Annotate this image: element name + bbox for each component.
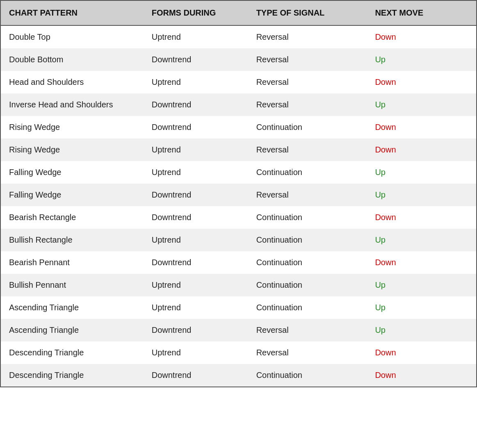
cell-forms-during: Downtrend [144, 206, 248, 229]
cell-type-of-signal: Continuation [248, 296, 367, 319]
table-row: Bearish PennantDowntrendContinuationDown [1, 251, 476, 274]
cell-type-of-signal: Reversal [248, 184, 367, 206]
cell-forms-during: Downtrend [144, 319, 248, 341]
cell-pattern: Descending Triangle [1, 341, 144, 364]
cell-next-move: Down [367, 251, 476, 274]
table-row: Descending TriangleDowntrendContinuation… [1, 364, 476, 387]
table-row: Inverse Head and ShouldersDowntrendRever… [1, 93, 476, 116]
table-row: Head and ShouldersUptrendReversalDown [1, 71, 476, 93]
table-header-row: CHART PATTERN FORMS DURING TYPE OF SIGNA… [1, 1, 476, 25]
next-move-value: Up [375, 303, 386, 312]
cell-type-of-signal: Reversal [248, 319, 367, 341]
cell-pattern: Descending Triangle [1, 364, 144, 387]
table-row: Bullish PennantUptrendContinuationUp [1, 274, 476, 296]
cell-pattern: Falling Wedge [1, 184, 144, 206]
cell-type-of-signal: Continuation [248, 206, 367, 229]
cell-pattern: Rising Wedge [1, 116, 144, 139]
next-move-value: Down [375, 213, 396, 222]
cell-next-move: Down [367, 139, 476, 161]
cell-next-move: Up [367, 229, 476, 251]
table-row: Falling WedgeDowntrendReversalUp [1, 184, 476, 206]
cell-forms-during: Downtrend [144, 93, 248, 116]
table-row: Double BottomDowntrendReversalUp [1, 48, 476, 71]
cell-forms-during: Uptrend [144, 274, 248, 296]
cell-pattern: Inverse Head and Shoulders [1, 93, 144, 116]
table-body: Double TopUptrendReversalDownDouble Bott… [1, 25, 476, 387]
next-move-value: Down [375, 123, 396, 132]
table-row: Descending TriangleUptrendReversalDown [1, 341, 476, 364]
table-row: Ascending TriangleUptrendContinuationUp [1, 296, 476, 319]
cell-next-move: Up [367, 161, 476, 184]
cell-forms-during: Uptrend [144, 161, 248, 184]
cell-forms-during: Uptrend [144, 341, 248, 364]
header-forms-during: FORMS DURING [144, 1, 248, 25]
cell-forms-during: Downtrend [144, 184, 248, 206]
cell-forms-during: Uptrend [144, 139, 248, 161]
cell-pattern: Bearish Pennant [1, 251, 144, 274]
next-move-value: Up [375, 280, 386, 289]
cell-next-move: Down [367, 341, 476, 364]
cell-type-of-signal: Continuation [248, 161, 367, 184]
cell-pattern: Falling Wedge [1, 161, 144, 184]
header-next-move: NEXT MOVE [367, 1, 476, 25]
table-row: Bearish RectangleDowntrendContinuationDo… [1, 206, 476, 229]
next-move-value: Up [375, 235, 386, 244]
cell-type-of-signal: Continuation [248, 274, 367, 296]
cell-next-move: Up [367, 274, 476, 296]
cell-forms-during: Downtrend [144, 116, 248, 139]
cell-pattern: Ascending Triangle [1, 296, 144, 319]
cell-pattern: Rising Wedge [1, 139, 144, 161]
cell-next-move: Up [367, 93, 476, 116]
chart-patterns-table: CHART PATTERN FORMS DURING TYPE OF SIGNA… [1, 1, 476, 387]
cell-pattern: Head and Shoulders [1, 71, 144, 93]
cell-next-move: Down [367, 25, 476, 48]
next-move-value: Down [375, 32, 396, 41]
cell-type-of-signal: Reversal [248, 48, 367, 71]
cell-forms-during: Downtrend [144, 251, 248, 274]
cell-next-move: Up [367, 319, 476, 341]
cell-pattern: Double Top [1, 25, 144, 48]
next-move-value: Down [375, 258, 396, 267]
next-move-value: Up [375, 325, 386, 334]
next-move-value: Down [375, 145, 396, 154]
cell-pattern: Bullish Pennant [1, 274, 144, 296]
table-row: Rising WedgeUptrendReversalDown [1, 139, 476, 161]
cell-next-move: Up [367, 48, 476, 71]
cell-forms-during: Downtrend [144, 364, 248, 387]
table-row: Bullish RectangleUptrendContinuationUp [1, 229, 476, 251]
cell-forms-during: Uptrend [144, 229, 248, 251]
cell-type-of-signal: Continuation [248, 364, 367, 387]
next-move-value: Up [375, 168, 386, 177]
next-move-value: Up [375, 190, 386, 199]
table-row: Falling WedgeUptrendContinuationUp [1, 161, 476, 184]
cell-next-move: Down [367, 116, 476, 139]
cell-forms-during: Uptrend [144, 71, 248, 93]
cell-forms-during: Downtrend [144, 48, 248, 71]
cell-next-move: Down [367, 364, 476, 387]
header-type-of-signal: TYPE OF SIGNAL [248, 1, 367, 25]
next-move-value: Up [375, 55, 386, 64]
next-move-value: Up [375, 100, 386, 109]
next-move-value: Down [375, 371, 396, 380]
header-chart-pattern: CHART PATTERN [1, 1, 144, 25]
cell-type-of-signal: Reversal [248, 139, 367, 161]
cell-pattern: Bullish Rectangle [1, 229, 144, 251]
cell-forms-during: Uptrend [144, 296, 248, 319]
table-row: Rising WedgeDowntrendContinuationDown [1, 116, 476, 139]
cell-type-of-signal: Continuation [248, 229, 367, 251]
next-move-value: Down [375, 348, 396, 357]
cell-pattern: Bearish Rectangle [1, 206, 144, 229]
next-move-value: Down [375, 77, 396, 86]
table-row: Ascending TriangleDowntrendReversalUp [1, 319, 476, 341]
table-row: Double TopUptrendReversalDown [1, 25, 476, 48]
cell-type-of-signal: Reversal [248, 93, 367, 116]
cell-type-of-signal: Continuation [248, 116, 367, 139]
main-table-container: CHART PATTERN FORMS DURING TYPE OF SIGNA… [0, 0, 477, 387]
cell-pattern: Double Bottom [1, 48, 144, 71]
cell-next-move: Up [367, 296, 476, 319]
cell-next-move: Down [367, 71, 476, 93]
cell-pattern: Ascending Triangle [1, 319, 144, 341]
cell-next-move: Down [367, 206, 476, 229]
cell-forms-during: Uptrend [144, 25, 248, 48]
cell-type-of-signal: Reversal [248, 71, 367, 93]
